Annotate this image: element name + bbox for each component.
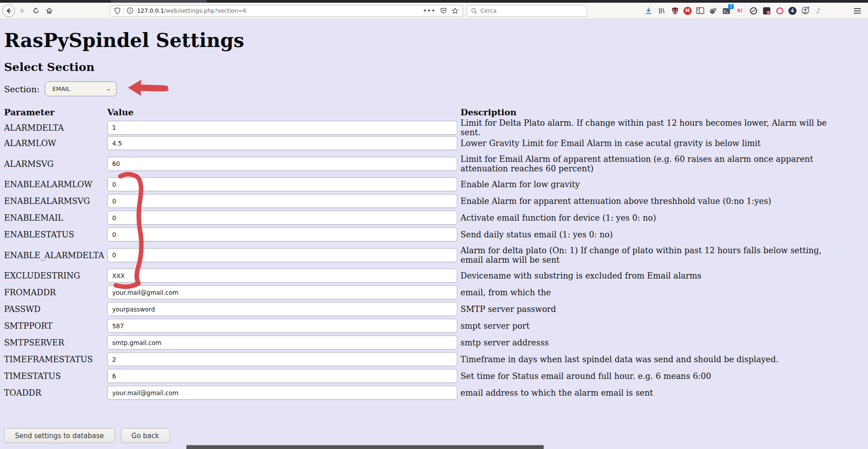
reload-icon bbox=[33, 7, 39, 14]
table-row: SMTPPORT smpt server port bbox=[4, 317, 868, 334]
section-label: Section: bbox=[4, 84, 40, 94]
table-row: ENABLESTATUS Send daily status email (1:… bbox=[4, 226, 868, 243]
header-description: Description bbox=[457, 107, 836, 117]
parameter-description: Enable Alarm for low gravity bbox=[457, 180, 829, 189]
value-input[interactable] bbox=[107, 319, 457, 333]
table-row: ALARMSVG Limit for Email Alarm of appare… bbox=[4, 151, 868, 176]
value-input[interactable] bbox=[107, 369, 457, 383]
ring-icon[interactable] bbox=[775, 6, 784, 15]
parameter-description: Alarm for delta plato (On: 1) If change … bbox=[457, 246, 829, 265]
parameter-description: Devicename with substring is excluded fr… bbox=[457, 271, 829, 280]
music-note-icon[interactable]: ♪ bbox=[814, 6, 823, 15]
parameter-name: SMTPSERVER bbox=[4, 338, 107, 347]
url-domain: 127.0.0.1 bbox=[137, 7, 164, 14]
parameter-description: Enable Alarm for apparent attenuation ab… bbox=[457, 196, 829, 206]
parameter-name: ENABLE_ALARMDELTA bbox=[4, 250, 107, 260]
table-row: FROMADDR email, from which the bbox=[4, 284, 868, 301]
home-icon bbox=[46, 7, 53, 14]
page-actions-icon[interactable]: ••• bbox=[423, 7, 436, 14]
home-button[interactable] bbox=[43, 5, 56, 17]
parameter-name: TIMESTATUS bbox=[4, 371, 107, 381]
parameter-name: ENABLEMAIL bbox=[4, 213, 107, 222]
parameter-description: Limit for Email Alarm of apparent attenu… bbox=[457, 154, 829, 173]
tracking-protection-shield-icon[interactable] bbox=[114, 7, 121, 14]
table-row: TIMESTATUS Set time for Status email aro… bbox=[4, 368, 868, 384]
circle-download-icon[interactable] bbox=[788, 7, 797, 15]
downloadhelper-icon[interactable] bbox=[709, 6, 718, 15]
table-row: ENABLEALARMLOW Enable Alarm for low grav… bbox=[4, 176, 868, 193]
back-icon bbox=[2, 5, 15, 17]
value-input[interactable] bbox=[107, 302, 457, 316]
table-row: SMTPSERVER smtp server addresss bbox=[4, 334, 868, 351]
go-back-button[interactable]: Go back bbox=[121, 428, 170, 443]
search-bar[interactable]: Cerca bbox=[467, 5, 587, 17]
parameter-description: Timeframe in days when last spindel data… bbox=[457, 354, 829, 364]
parameter-description: Limit for Delta Plato alarm. If change w… bbox=[457, 118, 829, 137]
parameter-name: ALARMDELTA bbox=[4, 123, 107, 132]
value-input[interactable] bbox=[107, 269, 457, 283]
settings-page: RasPySpindel Settings Select Section Sec… bbox=[0, 19, 868, 449]
parameter-description: smtp server addresss bbox=[457, 338, 829, 347]
value-input[interactable] bbox=[107, 136, 457, 150]
table-row: TIMEFRAMESTATUS Timeframe in days when l… bbox=[4, 351, 868, 368]
value-input[interactable] bbox=[107, 121, 457, 135]
back-button[interactable] bbox=[2, 5, 15, 17]
mega-icon[interactable]: M bbox=[683, 7, 692, 15]
parameter-description: Activate email function for device (1: y… bbox=[457, 213, 829, 222]
bookmark-star-icon[interactable] bbox=[451, 7, 459, 14]
section-select[interactable]: EMAIL ⌄ bbox=[45, 81, 117, 96]
extension-badge: 1 bbox=[728, 4, 734, 9]
value-input[interactable] bbox=[107, 285, 457, 299]
value-input[interactable] bbox=[107, 248, 457, 262]
library-icon[interactable] bbox=[657, 6, 666, 15]
parameter-name: ENABLEALARMSVG bbox=[4, 196, 107, 206]
chevron-down-icon: ⌄ bbox=[106, 86, 112, 92]
address-bar[interactable]: 127.0.0.1/web/settings.php?section=6 ••• bbox=[110, 5, 463, 17]
url-path: /web/settings.php?section=6 bbox=[164, 7, 247, 14]
table-row: ALARMDELTA Limit for Delta Plato alarm. … bbox=[4, 118, 868, 135]
form-buttons: Send settings to database Go back bbox=[4, 428, 868, 443]
parameter-description: email, from which the bbox=[457, 288, 829, 297]
parameter-name: TOADDR bbox=[4, 388, 107, 397]
blocked-addon-icon[interactable] bbox=[762, 6, 771, 15]
sidebar-toggle-icon[interactable] bbox=[696, 6, 705, 15]
ublock-icon[interactable] bbox=[670, 6, 679, 15]
page-title: RasPySpindel Settings bbox=[4, 30, 868, 51]
parameter-name: PASSWD bbox=[4, 304, 107, 314]
background-window-edge[interactable] bbox=[186, 445, 544, 449]
parameter-name: ENABLESTATUS bbox=[4, 230, 107, 239]
parameter-description: SMTP server password bbox=[457, 304, 829, 314]
site-info-icon[interactable] bbox=[127, 7, 133, 14]
value-input[interactable] bbox=[107, 177, 457, 191]
parameter-description: email address to which the alarm email i… bbox=[457, 388, 829, 397]
value-input[interactable] bbox=[107, 194, 457, 208]
table-row: ENABLE_ALARMDELTA Alarm for delta plato … bbox=[4, 243, 868, 267]
value-input[interactable] bbox=[107, 211, 457, 225]
parameter-description: Set time for Status email around full ho… bbox=[457, 371, 829, 381]
scihub-icon[interactable]: S! bbox=[735, 6, 745, 16]
account-icon[interactable] bbox=[801, 6, 810, 15]
table-row: ENABLEMAIL Activate email function for d… bbox=[4, 209, 868, 226]
value-input[interactable] bbox=[107, 336, 457, 350]
reload-button[interactable] bbox=[29, 5, 42, 17]
header-value: Value bbox=[107, 107, 457, 117]
header-parameter: Parameter bbox=[4, 107, 107, 117]
parameter-name: ENABLEALARMLOW bbox=[4, 180, 107, 189]
section-select-value: EMAIL bbox=[52, 85, 70, 92]
value-input[interactable] bbox=[107, 352, 457, 366]
hamburger-menu-icon[interactable] bbox=[854, 8, 861, 14]
forward-button[interactable] bbox=[16, 5, 28, 17]
pocket-icon[interactable] bbox=[440, 7, 447, 14]
table-row: EXCLUDESTRING Devicename with substring … bbox=[4, 267, 868, 284]
downloads-icon[interactable] bbox=[644, 6, 653, 15]
parameter-name: FROMADDR bbox=[4, 288, 107, 297]
value-input[interactable] bbox=[107, 386, 457, 400]
value-input[interactable] bbox=[107, 227, 457, 241]
extension-with-badge-icon[interactable]: 1 bbox=[722, 6, 731, 15]
clearurls-icon[interactable] bbox=[749, 6, 758, 15]
send-settings-button[interactable]: Send settings to database bbox=[4, 428, 115, 443]
value-input[interactable] bbox=[107, 157, 457, 171]
browser-window: 127.0.0.1/web/settings.php?section=6 •••… bbox=[0, 0, 868, 449]
table-row: ALARMLOW Lower Gravity Limit for Email A… bbox=[4, 135, 868, 151]
forward-icon bbox=[19, 8, 25, 14]
